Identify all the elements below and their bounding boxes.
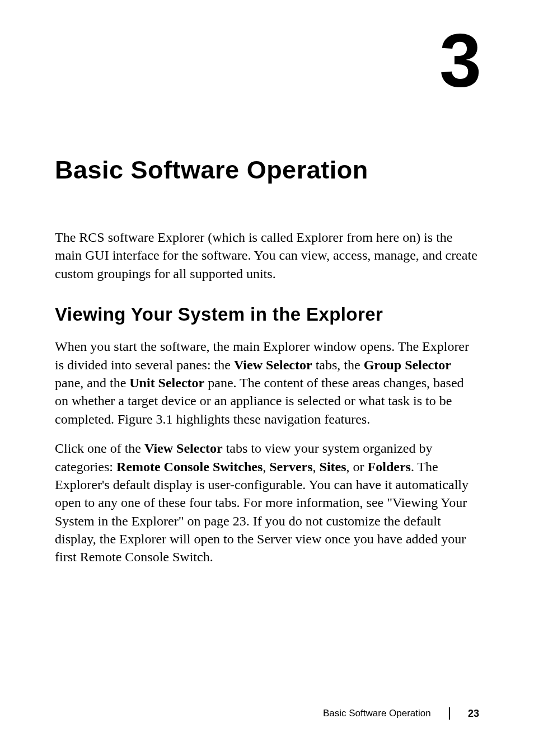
body-paragraph-2: Click one of the View Selector tabs to v…	[55, 439, 479, 566]
text-run: pane, and the	[55, 375, 129, 390]
page: 3 Basic Software Operation The RCS softw…	[0, 0, 534, 756]
bold-group-selector: Group Selector	[364, 358, 451, 372]
page-footer: Basic Software Operation | 23	[323, 706, 479, 721]
text-run: ,	[263, 459, 269, 474]
bold-view-selector: View Selector	[234, 358, 312, 372]
text-run: Click one of the	[55, 441, 144, 456]
text-run: ,	[313, 459, 320, 474]
bold-unit-selector: Unit Selector	[129, 375, 204, 390]
text-run: tabs, the	[312, 358, 364, 372]
footer-label: Basic Software Operation	[323, 708, 431, 719]
bold-remote-console-switches: Remote Console Switches	[116, 459, 263, 474]
text-run: , or	[346, 459, 368, 474]
bold-servers: Servers	[269, 459, 312, 474]
text-run: . The Explorer's default display is user…	[55, 459, 469, 565]
bold-folders: Folders	[368, 459, 411, 474]
footer-page-number: 23	[468, 708, 479, 720]
intro-paragraph: The RCS software Explorer (which is call…	[55, 228, 479, 283]
bold-sites: Sites	[320, 459, 346, 474]
bold-view-selector-2: View Selector	[144, 441, 223, 456]
footer-separator: |	[448, 705, 451, 720]
body-paragraph-1: When you start the software, the main Ex…	[55, 337, 479, 428]
section-heading: Viewing Your System in the Explorer	[55, 304, 479, 325]
chapter-number: 3	[439, 22, 479, 98]
chapter-title: Basic Software Operation	[55, 156, 479, 185]
